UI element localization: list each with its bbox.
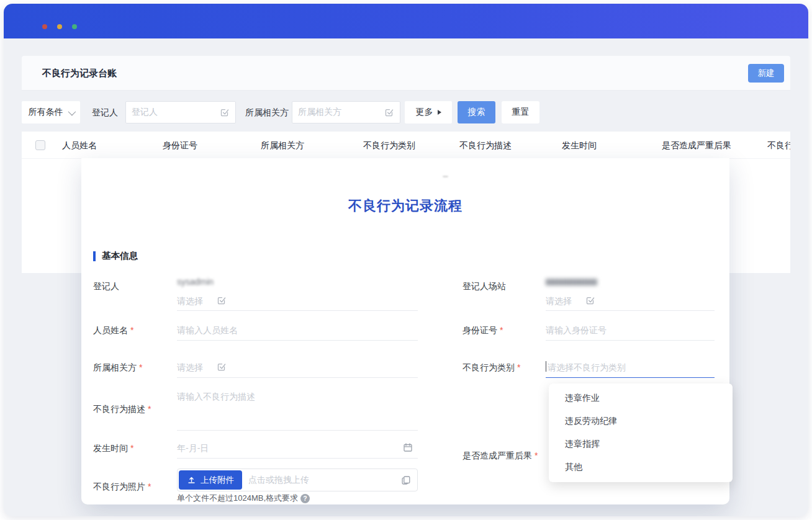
required-star: * bbox=[139, 362, 142, 372]
column-header[interactable]: 不良行 bbox=[767, 140, 790, 151]
registrant-filter-input[interactable]: 登记人 bbox=[125, 101, 236, 123]
upload-icon bbox=[187, 475, 196, 485]
related-party-label: 所属相关方* bbox=[93, 362, 142, 374]
page-title: 不良行为记录台账 bbox=[42, 68, 117, 79]
related-party-filter-label: 所属相关方 bbox=[245, 107, 289, 119]
record-process-dialog: 不良行为记录流程 基本信息 登记人 sysadmin 请选择 登记人场站 ▆▆▆… bbox=[81, 158, 729, 504]
table-header-row: 人员姓名 身份证号 所属相关方 不良行为类别 不良行为描述 发生时间 是否造成严… bbox=[22, 132, 790, 159]
behavior-category-label: 不良行为类别* bbox=[462, 362, 520, 374]
window-maximize-dot[interactable] bbox=[72, 24, 77, 29]
column-header[interactable]: 发生时间 bbox=[562, 140, 597, 151]
more-filters-label: 更多 bbox=[416, 107, 433, 118]
select-all-checkbox[interactable] bbox=[35, 140, 45, 150]
upload-dropzone[interactable]: 上传附件 点击或拖拽上传 bbox=[177, 468, 418, 491]
column-header[interactable]: 不良行为描述 bbox=[459, 140, 512, 151]
registrant-label: 登记人 bbox=[93, 281, 119, 292]
required-star: * bbox=[535, 451, 538, 460]
window-titlebar bbox=[4, 4, 808, 38]
upload-attachment-button[interactable]: 上传附件 bbox=[179, 470, 242, 490]
text-cursor bbox=[546, 361, 546, 372]
search-button[interactable]: 搜索 bbox=[458, 101, 495, 123]
related-party-filter-input[interactable]: 所属相关方 bbox=[292, 101, 400, 123]
upload-drag-hint: 点击或拖拽上传 bbox=[248, 475, 395, 486]
dropdown-option[interactable]: 其他 bbox=[549, 455, 733, 478]
select-icon[interactable] bbox=[220, 107, 230, 117]
select-icon[interactable] bbox=[217, 362, 227, 372]
column-header[interactable]: 不良行为类别 bbox=[363, 140, 415, 151]
select-icon[interactable] bbox=[585, 295, 595, 305]
condition-selector-label: 所有条件 bbox=[29, 107, 63, 118]
upload-note-text: 单个文件不超过1024MB,格式要求 bbox=[177, 493, 298, 504]
window-close-dot[interactable] bbox=[42, 24, 47, 29]
behavior-category-underline-focused bbox=[546, 377, 715, 378]
select-icon[interactable] bbox=[217, 295, 227, 305]
behavior-description-label: 不良行为描述* bbox=[93, 404, 151, 415]
dropdown-option[interactable]: 违章作业 bbox=[549, 387, 733, 410]
question-circle-icon[interactable]: ? bbox=[300, 494, 310, 503]
dropdown-option[interactable]: 违反劳动纪律 bbox=[549, 410, 733, 433]
calendar-icon[interactable] bbox=[403, 442, 413, 452]
copy-icon[interactable] bbox=[401, 475, 411, 485]
registrant-station-label: 登记人场站 bbox=[462, 281, 506, 292]
upload-note: 单个文件不超过1024MB,格式要求 ? bbox=[177, 493, 310, 504]
column-header[interactable]: 所属相关方 bbox=[261, 140, 304, 151]
reset-button[interactable]: 重置 bbox=[502, 101, 539, 123]
occurrence-time-input[interactable]: 年-月-日 bbox=[177, 443, 209, 454]
section-title: 基本信息 bbox=[102, 250, 138, 262]
dialog-title: 不良行为记录流程 bbox=[81, 197, 729, 215]
registrant-input-underline bbox=[177, 310, 418, 311]
required-star: * bbox=[148, 482, 151, 491]
required-star: * bbox=[130, 443, 133, 453]
person-name-label: 人员姓名* bbox=[93, 325, 133, 336]
page-header: 不良行为记录台账 bbox=[22, 56, 790, 91]
required-star: * bbox=[148, 404, 151, 414]
behavior-description-underline bbox=[177, 430, 418, 431]
behavior-photo-label: 不良行为照片* bbox=[93, 482, 151, 493]
serious-consequence-label: 是否造成严重后果* bbox=[462, 451, 538, 462]
select-icon[interactable] bbox=[384, 107, 394, 117]
app-window: 不良行为记录台账 新建 所有条件 登记人 登记人 所属相关方 所属相关方 更多 … bbox=[4, 4, 808, 516]
occurrence-time-underline bbox=[177, 458, 418, 459]
chevron-down-icon bbox=[68, 107, 76, 115]
id-number-input[interactable]: 请输入身份证号 bbox=[546, 325, 607, 336]
required-star: * bbox=[500, 325, 503, 335]
required-star: * bbox=[517, 362, 520, 372]
registrant-select-placeholder[interactable]: 请选择 bbox=[177, 296, 203, 307]
more-filters-button[interactable]: 更多 bbox=[405, 101, 452, 123]
column-header[interactable]: 人员姓名 bbox=[62, 140, 97, 151]
section-accent-bar bbox=[93, 251, 96, 261]
basic-info-section-header: 基本信息 bbox=[93, 250, 138, 262]
behavior-category-input[interactable]: 请选择不良行为类别 bbox=[548, 362, 626, 374]
registrant-station-select-placeholder[interactable]: 请选择 bbox=[546, 296, 572, 307]
registrant-value: sysadmin bbox=[177, 277, 214, 287]
related-party-underline bbox=[177, 377, 418, 378]
required-star: * bbox=[130, 325, 133, 335]
window-minimize-dot[interactable] bbox=[57, 24, 62, 29]
behavior-description-textarea[interactable]: 请输入不良行为描述 bbox=[177, 392, 255, 403]
related-party-filter-placeholder: 所属相关方 bbox=[298, 107, 384, 118]
upload-button-label: 上传附件 bbox=[201, 475, 234, 486]
dropdown-option[interactable]: 违章指挥 bbox=[549, 433, 733, 455]
registrant-station-value: ▆▆▆▆▆▆▆▆▆ bbox=[546, 277, 597, 285]
person-name-underline bbox=[177, 340, 418, 341]
column-header[interactable]: 是否造成严重后果 bbox=[662, 140, 731, 151]
related-party-select-placeholder[interactable]: 请选择 bbox=[177, 362, 203, 374]
behavior-category-dropdown: 违章作业 违反劳动纪律 违章指挥 其他 bbox=[549, 383, 733, 482]
blurred-mark bbox=[443, 176, 448, 177]
id-number-underline bbox=[546, 340, 715, 341]
person-name-input[interactable]: 请输入人员姓名 bbox=[177, 325, 238, 336]
occurrence-time-label: 发生时间* bbox=[93, 443, 133, 454]
condition-selector[interactable]: 所有条件 bbox=[22, 101, 80, 123]
registrant-filter-placeholder: 登记人 bbox=[132, 107, 220, 118]
id-number-label: 身份证号* bbox=[462, 325, 503, 336]
filter-bar: 所有条件 登记人 登记人 所属相关方 所属相关方 更多 搜索 重置 bbox=[4, 97, 808, 127]
caret-right-icon bbox=[438, 110, 441, 115]
new-record-button[interactable]: 新建 bbox=[748, 64, 784, 83]
registrant-filter-label: 登记人 bbox=[92, 107, 118, 119]
registrant-station-input-underline bbox=[546, 310, 715, 311]
column-header[interactable]: 身份证号 bbox=[163, 140, 197, 151]
